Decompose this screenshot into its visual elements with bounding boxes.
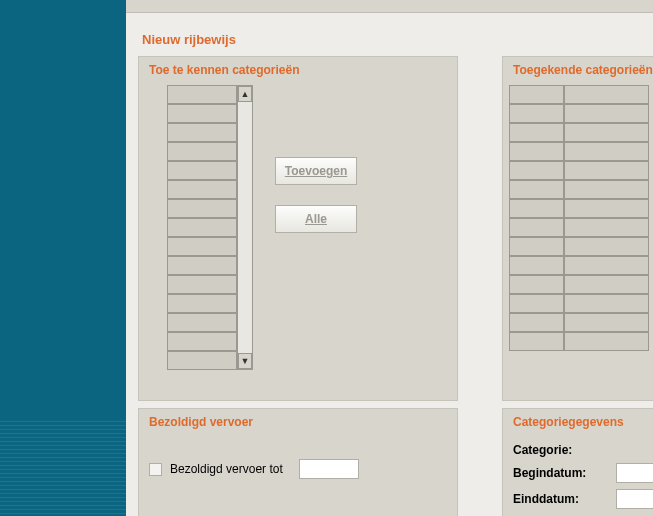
sidebar: [0, 0, 126, 516]
panel-catgeg-title: Categoriegegevens: [503, 409, 653, 433]
list-item[interactable]: [167, 332, 237, 351]
list-item[interactable]: [167, 180, 237, 199]
panel-toegekend-title: Toegekende categorieën: [503, 57, 653, 81]
scroll-track[interactable]: [238, 102, 252, 353]
top-bar: [126, 0, 653, 13]
panel-bezoldigd: Bezoldigd vervoer Bezoldigd vervoer tot: [138, 408, 458, 516]
list-item[interactable]: [509, 294, 564, 313]
scroll-up-icon[interactable]: ▲: [238, 86, 252, 102]
list-item[interactable]: [167, 161, 237, 180]
list-item[interactable]: [167, 123, 237, 142]
sidebar-decoration: [0, 421, 126, 516]
list-item[interactable]: [509, 85, 564, 104]
toetekennen-listbox[interactable]: ▲ ▼: [167, 85, 253, 370]
toevoegen-button[interactable]: Toevoegen: [275, 157, 357, 185]
toegekend-listbox[interactable]: [509, 85, 649, 351]
list-item[interactable]: [167, 313, 237, 332]
list-item[interactable]: [509, 237, 564, 256]
list-item[interactable]: [509, 142, 564, 161]
list-item[interactable]: [509, 332, 564, 351]
list-item[interactable]: [564, 294, 649, 313]
list-item[interactable]: [167, 294, 237, 313]
list-item[interactable]: [564, 142, 649, 161]
list-item[interactable]: [564, 332, 649, 351]
list-item[interactable]: [509, 104, 564, 123]
list-item[interactable]: [167, 85, 237, 104]
list-item[interactable]: [167, 142, 237, 161]
list-item[interactable]: [564, 199, 649, 218]
list-item[interactable]: [564, 218, 649, 237]
list-item[interactable]: [509, 161, 564, 180]
list-item[interactable]: [167, 256, 237, 275]
bezoldigd-checkbox-label: Bezoldigd vervoer tot: [170, 462, 283, 476]
list-item[interactable]: [564, 237, 649, 256]
einddatum-label: Einddatum:: [513, 492, 608, 506]
alle-button[interactable]: Alle: [275, 205, 357, 233]
list-item[interactable]: [564, 123, 649, 142]
panel-toetekennen: Toe te kennen categorieën: [138, 56, 458, 401]
categorie-label: Categorie:: [513, 443, 608, 457]
panel-toegekend: Toegekende categorieën: [502, 56, 653, 401]
begindatum-label: Begindatum:: [513, 466, 608, 480]
list-item[interactable]: [167, 199, 237, 218]
list-item[interactable]: [167, 104, 237, 123]
list-item[interactable]: [509, 313, 564, 332]
list-item[interactable]: [564, 313, 649, 332]
list-item[interactable]: [509, 180, 564, 199]
begindatum-input[interactable]: [616, 463, 653, 483]
list-item[interactable]: [509, 123, 564, 142]
list-item[interactable]: [564, 180, 649, 199]
list-item[interactable]: [564, 104, 649, 123]
list-item[interactable]: [509, 199, 564, 218]
list-item[interactable]: [167, 275, 237, 294]
list-item[interactable]: [167, 237, 237, 256]
panel-categoriegegevens: Categoriegegevens Categorie: Begindatum:…: [502, 408, 653, 516]
list-item[interactable]: [564, 85, 649, 104]
list-item[interactable]: [509, 218, 564, 237]
einddatum-input[interactable]: [616, 489, 653, 509]
list-item[interactable]: [564, 161, 649, 180]
scroll-down-icon[interactable]: ▼: [238, 353, 252, 369]
list-item[interactable]: [564, 275, 649, 294]
list-item[interactable]: [564, 256, 649, 275]
bezoldigd-checkbox[interactable]: [149, 463, 162, 476]
content-area: Nieuw rijbewijs Toe te kennen categorieë…: [132, 18, 653, 516]
list-item[interactable]: [509, 256, 564, 275]
list-item[interactable]: [509, 275, 564, 294]
bezoldigd-tot-input[interactable]: [299, 459, 359, 479]
panel-toetekennen-title: Toe te kennen categorieën: [139, 57, 457, 81]
list-item[interactable]: [167, 351, 237, 370]
scrollbar[interactable]: ▲ ▼: [237, 85, 253, 370]
page-title: Nieuw rijbewijs: [142, 32, 653, 47]
list-item[interactable]: [167, 218, 237, 237]
panel-bezoldigd-title: Bezoldigd vervoer: [139, 409, 457, 433]
